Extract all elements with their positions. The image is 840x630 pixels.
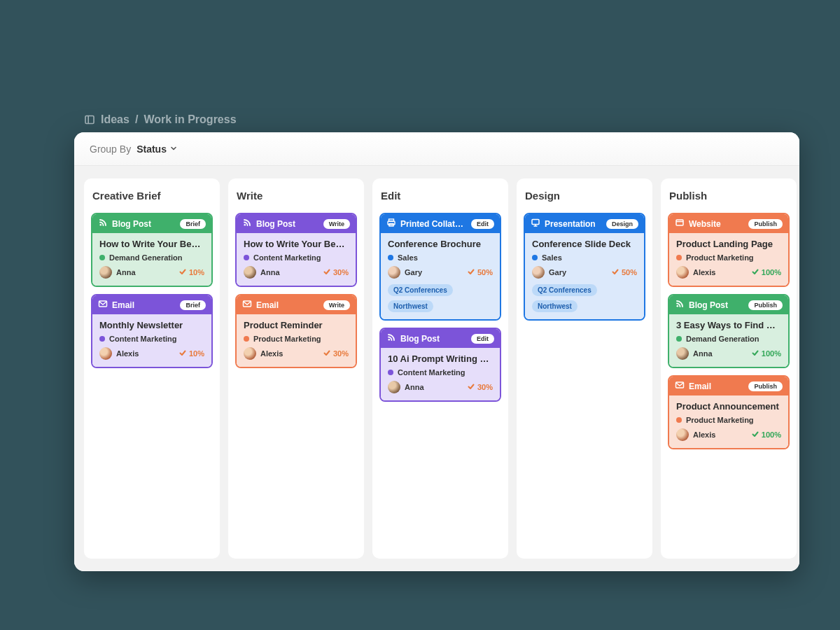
tag-list: Q2 ConferencesNorthwest — [388, 284, 493, 312]
tag[interactable]: Q2 Conferences — [532, 284, 597, 296]
column-title: Creative Brief — [91, 188, 213, 206]
svg-rect-0 — [85, 116, 94, 124]
check-icon — [178, 349, 187, 358]
card-header: Blog PostBrief — [92, 214, 211, 233]
card-title: How to Write Your Best… — [99, 239, 204, 249]
group-by-value: Status — [136, 144, 167, 155]
card-body: Product ReminderProduct MarketingAlexis3… — [237, 314, 356, 367]
stage-pill: Publish — [748, 219, 783, 229]
avatar — [676, 266, 689, 279]
card-title: Conference Brochure — [388, 239, 493, 249]
card-type-label: Blog Post — [112, 219, 151, 229]
card-title: How to Write Your Best… — [244, 239, 349, 249]
assignee: Anna — [388, 381, 424, 393]
svg-point-2 — [100, 224, 102, 226]
board-icon — [84, 114, 95, 125]
kanban-card[interactable]: Blog PostWriteHow to Write Your Best…Con… — [235, 213, 357, 287]
breadcrumb: Ideas / Work in Progress — [84, 113, 237, 126]
kanban-card[interactable]: Printed Collat…EditConference BrochureSa… — [379, 213, 501, 321]
card-header: WebsitePublish — [669, 214, 788, 233]
group-by-selector[interactable]: Status — [136, 144, 178, 155]
card-body: Monthly NewsletterContent MarketingAlexi… — [92, 314, 211, 367]
check-icon — [323, 267, 331, 277]
category-dot — [676, 255, 682, 260]
rss-icon — [675, 299, 685, 311]
tag[interactable]: Northwest — [388, 300, 433, 312]
card-body: Conference BrochureSalesGary50%Q2 Confer… — [381, 233, 500, 319]
kanban-card[interactable]: EmailPublishProduct AnnouncementProduct … — [668, 375, 790, 449]
assignee-name: Gary — [549, 268, 566, 276]
card-type-label: Blog Post — [256, 219, 295, 229]
kanban-card[interactable]: EmailWriteProduct ReminderProduct Market… — [235, 294, 357, 368]
card-header: Printed Collat…Edit — [381, 214, 500, 233]
rss-icon — [386, 332, 396, 344]
card-header: EmailWrite — [237, 295, 356, 314]
card-title: 3 Easy Ways to Find Social… — [676, 320, 781, 330]
avatar — [532, 266, 545, 279]
kanban-card[interactable]: EmailBriefMonthly NewsletterContent Mark… — [91, 294, 213, 368]
category-label: Product Marketing — [253, 335, 321, 343]
category-dot — [676, 336, 682, 342]
stage-pill: Brief — [180, 219, 206, 229]
assignee-name: Alexis — [693, 268, 715, 276]
svg-rect-10 — [532, 220, 539, 225]
assignee: Alexis — [99, 347, 139, 360]
category-dot — [676, 417, 682, 423]
assignee: Alexis — [676, 428, 715, 441]
column-title: Write — [235, 188, 357, 206]
assignee: Alexis — [244, 347, 283, 360]
assignee: Anna — [244, 266, 280, 279]
category-row: Product Marketing — [676, 253, 781, 262]
category-label: Product Marketing — [686, 416, 754, 424]
progress-value: 100% — [762, 268, 781, 276]
user-progress-row: Gary50% — [532, 266, 637, 279]
progress-indicator: 10% — [178, 267, 204, 277]
card-header: Blog PostEdit — [381, 329, 500, 348]
kanban-card[interactable]: Blog PostPublish3 Easy Ways to Find Soci… — [668, 294, 790, 368]
progress-indicator: 100% — [751, 349, 781, 358]
svg-rect-13 — [676, 220, 683, 225]
kanban-column: Creative BriefBlog PostBriefHow to Write… — [84, 178, 220, 559]
avatar — [99, 266, 112, 279]
category-label: Content Marketing — [253, 253, 321, 262]
check-icon — [751, 267, 760, 277]
category-row: Content Marketing — [244, 253, 349, 262]
avatar — [676, 347, 689, 360]
card-title: Product Landing Page — [676, 239, 781, 249]
progress-indicator: 100% — [751, 267, 781, 277]
card-type-label: Website — [689, 219, 721, 229]
present-icon — [531, 218, 540, 230]
category-row: Product Marketing — [244, 335, 349, 343]
kanban-card[interactable]: WebsitePublishProduct Landing PageProduc… — [668, 213, 790, 287]
card-header: EmailPublish — [669, 377, 788, 396]
stage-pill: Publish — [748, 300, 783, 310]
category-label: Demand Generation — [686, 335, 760, 343]
card-body: How to Write Your Best…Demand Generation… — [92, 233, 211, 286]
assignee: Alexis — [676, 266, 715, 279]
category-row: Content Marketing — [388, 368, 493, 377]
card-type-label: Email — [689, 382, 711, 391]
rss-icon — [98, 218, 108, 230]
progress-indicator: 30% — [323, 349, 349, 358]
assignee-name: Alexis — [693, 430, 715, 439]
kanban-card[interactable]: PresentationDesignConference Slide DeckS… — [524, 213, 645, 321]
category-label: Content Marketing — [109, 335, 177, 343]
svg-point-15 — [677, 305, 679, 307]
card-type-label: Blog Post — [400, 334, 440, 344]
assignee-name: Anna — [405, 383, 424, 391]
assignee-name: Gary — [405, 268, 422, 276]
tag[interactable]: Northwest — [532, 300, 578, 312]
kanban-card[interactable]: Blog PostEdit10 Ai Prompt Writing TipsCo… — [379, 328, 501, 402]
tag[interactable]: Q2 Conferences — [388, 284, 453, 296]
check-icon — [467, 382, 475, 392]
category-dot — [532, 255, 538, 260]
progress-value: 50% — [477, 268, 493, 276]
kanban-card[interactable]: Blog PostBriefHow to Write Your Best…Dem… — [91, 213, 213, 287]
user-progress-row: Anna100% — [676, 347, 781, 360]
breadcrumb-root[interactable]: Ideas — [101, 113, 130, 126]
tag-list: Q2 ConferencesNorthwest — [532, 284, 637, 312]
column-title: Edit — [379, 188, 501, 206]
card-body: Product AnnouncementProduct MarketingAle… — [669, 396, 788, 448]
category-row: Content Marketing — [99, 335, 204, 343]
rss-icon — [242, 218, 252, 230]
